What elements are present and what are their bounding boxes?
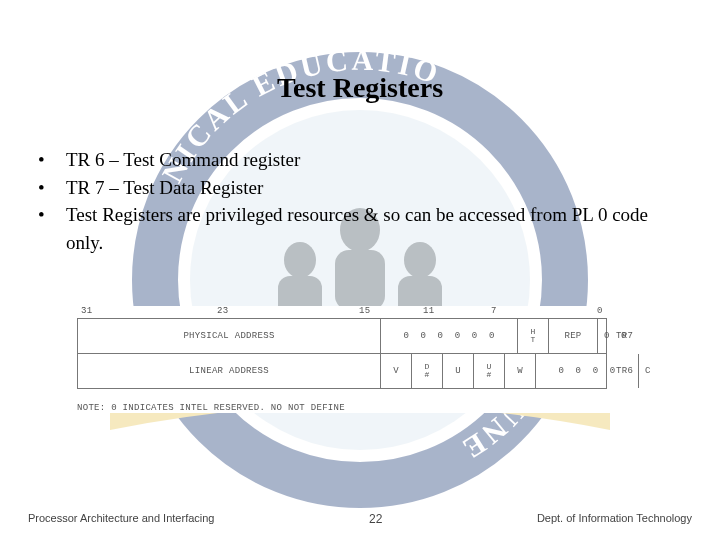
footer-left: Processor Architecture and Interfacing bbox=[28, 512, 214, 526]
tr7-reserved-zeros: 0 0 0 0 0 0 bbox=[381, 331, 517, 341]
tr7-rep-field: REP bbox=[549, 331, 597, 341]
diagram-note: NOTE: 0 INDICATES INTEL RESERVED. NO NOT… bbox=[77, 403, 647, 413]
tick-31: 31 bbox=[81, 306, 92, 316]
list-item: • TR 6 – Test Command register bbox=[30, 146, 720, 174]
page-title: Test Registers bbox=[0, 0, 720, 104]
tr6-u2-field: U # bbox=[474, 363, 504, 379]
footer-page: 22 bbox=[369, 512, 382, 526]
tr6-c-field: C bbox=[639, 366, 657, 376]
tr6-d-field: D # bbox=[412, 363, 442, 379]
register-label-tr6: TR6 bbox=[616, 366, 633, 376]
bullet-text: TR 7 – Test Data Register bbox=[66, 174, 720, 202]
tr6-u-field: U bbox=[443, 366, 473, 376]
footer-right: Dept. of Information Technology bbox=[537, 512, 692, 526]
footer: Processor Architecture and Interfacing 2… bbox=[0, 512, 720, 526]
tick-15: 15 bbox=[359, 306, 370, 316]
bullet-text: Test Registers are privileged resources … bbox=[66, 201, 720, 256]
tick-23: 23 bbox=[217, 306, 228, 316]
register-label-tr7: TR7 bbox=[616, 331, 633, 341]
bullet-dot: • bbox=[30, 146, 66, 174]
tr6-v-field: V bbox=[381, 366, 411, 376]
tick-0: 0 bbox=[597, 306, 603, 316]
tr7-physical-address-label: PHYSICAL ADDRESS bbox=[78, 331, 380, 341]
bullet-dot: • bbox=[30, 174, 66, 202]
tr6-w-field: W bbox=[505, 366, 535, 376]
tr7-ht-field: H T bbox=[518, 328, 548, 344]
list-item: • TR 7 – Test Data Register bbox=[30, 174, 720, 202]
bullet-text: TR 6 – Test Command register bbox=[66, 146, 720, 174]
tick-7: 7 bbox=[491, 306, 497, 316]
register-diagram: 31 23 15 11 7 0 PHYSICAL ADDRESS 0 0 0 0… bbox=[77, 306, 647, 413]
list-item: • Test Registers are privileged resource… bbox=[30, 201, 720, 256]
slide-content: Test Registers • TR 6 – Test Command reg… bbox=[0, 0, 720, 540]
bit-ticks: 31 23 15 11 7 0 bbox=[77, 306, 647, 318]
register-row-tr7: PHYSICAL ADDRESS 0 0 0 0 0 0 H T REP 0 0… bbox=[77, 318, 607, 354]
register-row-tr6: LINEAR ADDRESS V D # U U # W 0 0 0 0 C T… bbox=[77, 354, 607, 389]
bullet-list: • TR 6 – Test Command register • TR 7 – … bbox=[30, 146, 720, 256]
bullet-dot: • bbox=[30, 201, 66, 229]
tick-11: 11 bbox=[423, 306, 434, 316]
tr6-linear-address-label: LINEAR ADDRESS bbox=[78, 366, 380, 376]
